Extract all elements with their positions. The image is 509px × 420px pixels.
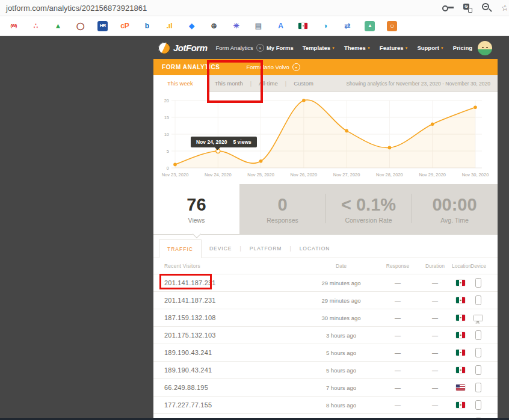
bookmark-drive-icon[interactable]: ▲ xyxy=(53,21,63,31)
chevron-down-icon: ▼ xyxy=(404,46,408,50)
stat-label: Conversion Rate xyxy=(345,217,392,224)
visitor-ip: 201.175.132.103 xyxy=(153,332,305,339)
visit-device xyxy=(469,365,488,375)
nav-item-support[interactable]: Support▼ xyxy=(417,45,443,51)
avatar[interactable] xyxy=(478,41,492,55)
stat-responses[interactable]: 0Responses xyxy=(239,184,325,234)
tab-device[interactable]: DEVICE xyxy=(202,246,240,252)
address-bar[interactable]: jotform.com/analytics/202156873921861 xyxy=(6,4,442,13)
desktop-icon xyxy=(474,315,483,321)
bookmark-wradio-icon[interactable]: (W) xyxy=(8,21,19,31)
chevron-down-icon: ▼ xyxy=(332,46,335,50)
nav-item-pricing[interactable]: Pricing xyxy=(453,45,472,51)
bookmark-flower-icon[interactable]: ✳ xyxy=(231,21,241,31)
mx-flag-icon xyxy=(456,332,465,338)
tab-platform[interactable]: PLATFORM xyxy=(242,246,290,252)
detail-tabs: TRAFFICDEVICE|PLATFORM|LOCATION xyxy=(153,239,498,258)
views-chart[interactable]: Nov 24, 2020 5 views 05101520Nov 23, 202… xyxy=(153,92,498,184)
phone-icon xyxy=(475,348,481,357)
visitor-table-body: 201.141.187.23129 minutes ago——201.141.1… xyxy=(153,274,498,420)
visit-device xyxy=(469,400,488,410)
table-row: 201.175.132.1033 hours ago—— xyxy=(153,326,498,344)
bookmark-arrows-icon[interactable]: ⇄ xyxy=(342,21,353,31)
jotform-logo-text[interactable]: JotForm xyxy=(173,43,208,53)
phone-icon xyxy=(475,278,481,288)
app-chevron-down-icon[interactable]: ▾ xyxy=(256,44,264,52)
stat-views[interactable]: 76Views xyxy=(153,184,239,234)
visit-location xyxy=(452,402,469,408)
mx-flag-icon xyxy=(456,297,465,303)
star-icon[interactable] xyxy=(501,3,507,13)
bookmark-globe-icon[interactable]: ⊕ xyxy=(209,21,219,31)
bookmark-mexico-flag-icon[interactable] xyxy=(298,21,308,31)
nav-item-themes[interactable]: Themes▼ xyxy=(344,45,371,51)
svg-text:10: 10 xyxy=(164,132,169,137)
stat-value: 76 xyxy=(187,195,206,215)
visit-response: — xyxy=(377,297,418,304)
stat-conversion-rate[interactable]: < 0.1%Conversion Rate xyxy=(325,184,412,234)
svg-text:Nov 25, 2020: Nov 25, 2020 xyxy=(247,172,274,178)
bookmark-cpanel-icon[interactable]: cP xyxy=(120,21,130,31)
visit-response: — xyxy=(377,384,418,391)
stat-avg-time[interactable]: 00:00Avg. Time xyxy=(412,184,498,234)
visitor-ip: 177.227.77.155 xyxy=(153,401,305,409)
chevron-down-icon: ▼ xyxy=(367,46,371,50)
table-row: 201.141.187.23129 minutes ago—— xyxy=(153,291,498,309)
visit-location xyxy=(452,350,469,356)
visit-device xyxy=(469,348,488,357)
mx-flag-icon xyxy=(456,402,465,408)
visit-device xyxy=(469,330,488,340)
chevron-down-icon: ▼ xyxy=(440,46,444,50)
bookmark-bing-icon[interactable]: b xyxy=(142,21,152,31)
bookmark-analytics-icon[interactable]: .ıl xyxy=(164,21,174,31)
bookmark-google-ads-icon[interactable]: A xyxy=(276,21,286,31)
visit-device xyxy=(469,315,488,321)
mexico-flag-glyph xyxy=(298,23,307,29)
us-flag-icon xyxy=(456,384,465,391)
phone-icon xyxy=(475,295,481,305)
mx-flag-icon xyxy=(456,315,465,321)
visit-date: 29 minutes ago xyxy=(305,297,377,304)
tab-traffic[interactable]: TRAFFIC xyxy=(159,239,202,258)
visitor-table-header: Recent VisitorsDateResponseDurationLocat… xyxy=(153,258,498,274)
nav-item-my-forms[interactable]: My Forms xyxy=(267,45,294,51)
phone-icon xyxy=(475,400,481,410)
tab-location[interactable]: LOCATION xyxy=(292,246,338,252)
visit-response: — xyxy=(377,350,418,356)
bookmark-clock-icon[interactable]: ○ xyxy=(387,21,397,31)
svg-text:Nov 28, 2020: Nov 28, 2020 xyxy=(376,172,403,178)
visit-date: 30 minutes ago xyxy=(305,315,377,321)
visit-date: 7 hours ago xyxy=(305,384,377,391)
bookmark-diamond-icon[interactable]: ◆ xyxy=(187,21,197,31)
bookmark-pie-icon[interactable]: ◑ xyxy=(320,21,330,31)
visit-response: — xyxy=(377,402,418,409)
browser-url-bar: jotform.com/analytics/202156873921861 xyxy=(0,0,509,16)
tab-this-week[interactable]: This week xyxy=(153,75,208,92)
nav-item-features[interactable]: Features▼ xyxy=(380,45,409,51)
bookmark-hr-badge-icon[interactable]: HR xyxy=(97,21,108,31)
form-analytics-bar: FORM ANALYTICS Formulario Volvo ▾ xyxy=(153,59,498,75)
visit-duration: — xyxy=(418,402,452,409)
bookmark-media-icon[interactable]: ▲ xyxy=(365,21,375,31)
zoom-out-icon[interactable] xyxy=(482,3,492,13)
chart-tooltip: Nov 24, 2020 5 views xyxy=(191,137,257,147)
visit-location xyxy=(452,384,469,391)
stat-value: 00:00 xyxy=(432,195,477,215)
column-header-device: Device xyxy=(469,263,488,269)
column-header-response: Response xyxy=(377,263,418,269)
translate-icon[interactable] xyxy=(463,4,472,13)
bookmark-ring-icon[interactable]: ◯ xyxy=(75,21,85,31)
jotform-logo-icon[interactable] xyxy=(158,42,170,54)
visitor-ip: 66.249.88.195 xyxy=(153,384,305,391)
nav-item-templates[interactable]: Templates▼ xyxy=(303,45,335,51)
bookmark-dots-icon[interactable]: ∴ xyxy=(31,21,41,31)
visit-device xyxy=(469,383,488,392)
site-header: JotForm Form Analytics ▾ My FormsTemplat… xyxy=(153,37,498,59)
tab-custom[interactable]: Custom xyxy=(286,80,321,87)
key-icon[interactable] xyxy=(442,5,454,11)
mx-flag-icon xyxy=(456,280,465,286)
period-tabs: This weekThis month|All-time|CustomShowi… xyxy=(153,75,498,92)
bookmark-archive-icon[interactable]: ▤ xyxy=(253,21,264,31)
visit-duration: — xyxy=(418,350,452,356)
visit-date: 5 hours ago xyxy=(305,350,377,356)
